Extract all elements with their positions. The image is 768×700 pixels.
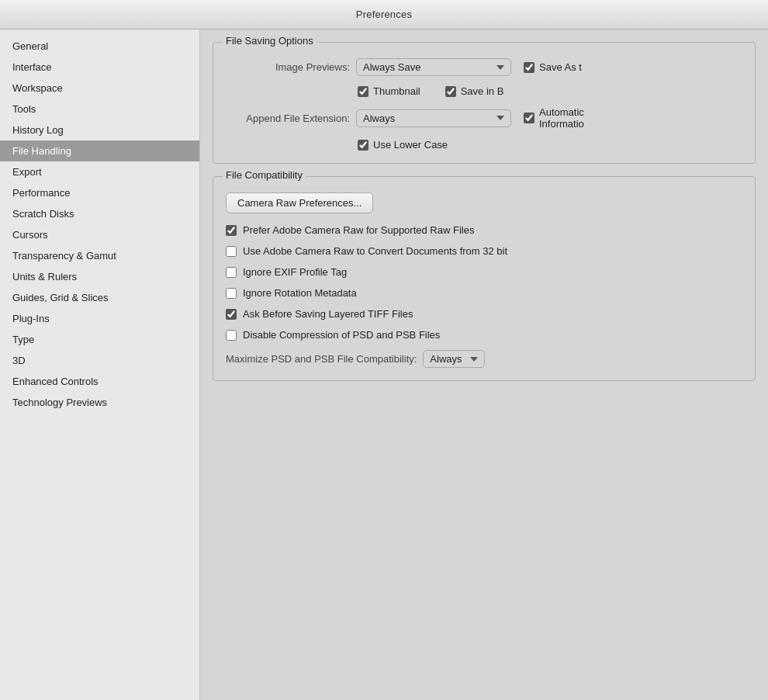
sidebar-item-plug-ins[interactable]: Plug-Ins [0,308,199,329]
save-in-b-label: Save in B [461,85,504,97]
sidebar-item-enhanced-controls[interactable]: Enhanced Controls [0,371,199,392]
use-lower-case-checkbox[interactable] [358,140,368,151]
file-compatibility-legend: File Compatibility [223,169,306,181]
camera-raw-button[interactable]: Camera Raw Preferences... [226,192,373,213]
use-lower-case-row: Use Lower Case [226,139,742,151]
disable-compression-label: Disable Compression of PSD and PSB Files [243,329,440,341]
file-saving-legend: File Saving Options [223,35,317,47]
automatic-label: AutomaticInformatio [539,106,584,130]
sidebar-item-export[interactable]: Export [0,161,199,182]
sidebar-item-performance[interactable]: Performance [0,182,199,203]
thumbnail-row: Thumbnail Save in B [226,85,742,97]
prefer-camera-raw-label: Prefer Adobe Camera Raw for Supported Ra… [243,224,474,236]
window-title: Preferences [356,9,412,20]
automatic-checkbox[interactable] [524,113,534,123]
image-previews-label: Image Previews: [226,61,350,73]
main-container: GeneralInterfaceWorkspaceToolsHistory Lo… [0,29,768,700]
sidebar-item-transparency-gamut[interactable]: Transparency & Gamut [0,245,199,266]
image-previews-select[interactable]: Always Save Never Save Ask When Saving [356,58,511,76]
file-saving-section: File Saving Options Image Previews: Alwa… [213,42,756,164]
disable-compression-checkbox[interactable] [226,330,237,341]
compat-item-ignore-exif: Ignore EXIF Profile Tag [226,266,742,278]
ignore-exif-label: Ignore EXIF Profile Tag [243,266,347,278]
save-as-label: Save As t [539,61,582,73]
sidebar-item-type[interactable]: Type [0,329,199,350]
sidebar-item-file-handling[interactable]: File Handling [0,140,199,161]
ignore-rotation-label: Ignore Rotation Metadata [243,287,357,299]
sidebar-item-3d[interactable]: 3D [0,350,199,371]
ask-layered-tiff-checkbox[interactable] [226,309,237,320]
thumbnail-checkbox[interactable] [358,86,368,97]
ask-layered-tiff-label: Ask Before Saving Layered TIFF Files [243,308,413,320]
sidebar-item-cursors[interactable]: Cursors [0,224,199,245]
sidebar-item-history-log[interactable]: History Log [0,120,199,140]
sidebar-item-scratch-disks[interactable]: Scratch Disks [0,203,199,224]
use-camera-raw-convert-checkbox[interactable] [226,246,237,257]
ignore-rotation-checkbox[interactable] [226,288,237,299]
image-previews-row: Image Previews: Always Save Never Save A… [226,58,742,76]
compat-item-prefer-camera-raw: Prefer Adobe Camera Raw for Supported Ra… [226,224,742,236]
append-extension-row: Append File Extension: Always Never Ask … [226,106,742,130]
sidebar-item-interface[interactable]: Interface [0,57,199,78]
use-lower-case-label: Use Lower Case [373,139,448,151]
content-area: File Saving Options Image Previews: Alwa… [200,29,768,700]
compat-item-ask-layered-tiff: Ask Before Saving Layered TIFF Files [226,308,742,320]
save-in-b-checkbox[interactable] [445,86,456,97]
maximize-row: Maximize PSD and PSB File Compatibility:… [226,350,742,368]
sidebar-item-general[interactable]: General [0,36,199,57]
use-camera-raw-convert-label: Use Adobe Camera Raw to Convert Document… [243,245,507,257]
compat-item-use-camera-raw-convert: Use Adobe Camera Raw to Convert Document… [226,245,742,257]
ignore-exif-checkbox[interactable] [226,267,237,278]
thumbnail-label: Thumbnail [373,85,420,97]
compat-items-container: Prefer Adobe Camera Raw for Supported Ra… [226,224,742,341]
sidebar: GeneralInterfaceWorkspaceToolsHistory Lo… [0,29,200,700]
prefer-camera-raw-checkbox[interactable] [226,225,237,236]
sidebar-item-guides-grid-slices[interactable]: Guides, Grid & Slices [0,287,199,308]
maximize-label: Maximize PSD and PSB File Compatibility: [226,353,417,365]
title-bar: Preferences [0,0,768,29]
compat-item-ignore-rotation: Ignore Rotation Metadata [226,287,742,299]
file-compatibility-section: File Compatibility Camera Raw Preference… [213,176,756,381]
save-as-checkbox[interactable] [524,62,534,73]
sidebar-item-units-rulers[interactable]: Units & Rulers [0,266,199,287]
compat-item-disable-compression: Disable Compression of PSD and PSB Files [226,329,742,341]
sidebar-item-workspace[interactable]: Workspace [0,78,199,99]
sidebar-item-technology-previews[interactable]: Technology Previews [0,392,199,413]
sidebar-item-tools[interactable]: Tools [0,99,199,120]
maximize-select[interactable]: Always Never Ask [423,350,485,368]
append-extension-label: Append File Extension: [226,113,350,124]
append-extension-select[interactable]: Always Never Ask When Saving [356,109,511,127]
